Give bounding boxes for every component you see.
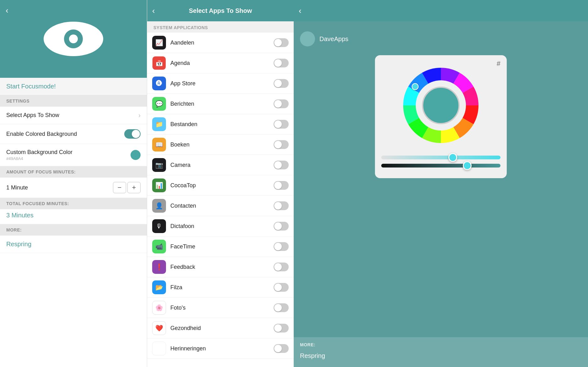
app-name: Boeken — [170, 141, 274, 148]
toggle-knob — [274, 222, 282, 230]
svg-point-2 — [69, 35, 78, 43]
app-toggle[interactable] — [274, 263, 289, 271]
respring-button-right[interactable]: Respring — [300, 350, 325, 362]
toggle-knob — [274, 324, 282, 332]
color-wheel-handle[interactable] — [412, 83, 419, 90]
app-toggle[interactable] — [274, 59, 289, 67]
brightness-slider-track[interactable] — [381, 164, 500, 168]
back-button-right[interactable]: ‹ — [299, 6, 302, 16]
app-toggle[interactable] — [274, 283, 289, 292]
list-item: 💬Berichten — [147, 94, 294, 114]
start-focus-button[interactable]: Start Focusmode! — [0, 78, 147, 95]
respring-button-left[interactable]: Respring — [0, 236, 147, 253]
app-toggle[interactable] — [274, 242, 289, 251]
toggle-knob — [274, 263, 282, 271]
color-wheel-container[interactable] — [381, 61, 500, 149]
right-bottom: MORE: Respring — [294, 337, 588, 367]
color-swatch[interactable] — [131, 150, 141, 160]
app-icon: 🅐 — [152, 77, 166, 90]
mid-header: ‹ Select Apps To Show — [147, 0, 294, 21]
brightness-slider-row — [381, 164, 500, 168]
app-name: Agenda — [170, 60, 274, 66]
select-apps-label: Select Apps To Show — [6, 112, 59, 119]
list-item: 📁Bestanden — [147, 114, 294, 135]
toggle-knob — [274, 182, 282, 189]
toggle-knob — [274, 80, 282, 87]
app-toggle[interactable] — [274, 79, 289, 88]
app-name: Camera — [170, 162, 274, 168]
custom-bg-info: Custom Background Color #49A8A4 — [6, 149, 72, 161]
app-toggle[interactable] — [274, 99, 289, 108]
dave-avatar — [300, 31, 315, 46]
app-toggle[interactable] — [274, 303, 289, 312]
chevron-right-icon: › — [138, 112, 141, 119]
toggle-knob — [274, 100, 282, 108]
list-item: 📹FaceTime — [147, 237, 294, 257]
app-icon: 📷 — [152, 158, 166, 172]
list-item: 📅Agenda — [147, 53, 294, 73]
left-panel: ‹ Start Focusmode! SETTINGS Select Apps … — [0, 0, 147, 367]
list-item: 🌸Foto's — [147, 298, 294, 318]
app-list: 📈Aandelen📅Agenda🅐App Store💬Berichten📁Bes… — [147, 33, 294, 367]
color-hex-label: #49A8A4 — [6, 156, 72, 161]
custom-bg-row: Custom Background Color #49A8A4 — [0, 144, 147, 166]
focus-minutes-row: 1 Minute − + — [0, 178, 147, 198]
app-icon: 📊 — [152, 178, 166, 192]
app-toggle[interactable] — [274, 324, 289, 332]
toggle-knob — [132, 130, 140, 138]
mid-panel: ‹ Select Apps To Show SYSTEM APPLICATION… — [147, 0, 294, 367]
toggle-knob — [274, 120, 282, 128]
app-icon: 📂 — [152, 280, 166, 294]
saturation-slider-track[interactable] — [381, 156, 500, 159]
toggle-knob — [274, 284, 282, 291]
app-toggle[interactable] — [274, 201, 289, 210]
app-name: Aandelen — [170, 40, 274, 46]
app-toggle[interactable] — [274, 222, 289, 231]
app-name: Foto's — [170, 305, 274, 311]
app-name: App Store — [170, 80, 274, 87]
app-name: Contacten — [170, 203, 274, 209]
settings-section-header: SETTINGS — [0, 95, 147, 107]
app-name: Dictafoon — [170, 223, 274, 230]
app-toggle[interactable] — [274, 344, 289, 353]
left-header: ‹ — [0, 0, 147, 78]
list-item: ✔Herinneringen — [147, 338, 294, 359]
enable-bg-label: Enable Colored Background — [6, 131, 77, 137]
list-item: 🅐App Store — [147, 73, 294, 94]
focus-minutes-header: AMOUNT OF FOCUS MINUTES: — [0, 166, 147, 178]
dave-name: DaveApps — [319, 35, 348, 43]
toggle-knob — [274, 161, 282, 169]
toggle-knob — [274, 141, 282, 148]
back-button-left[interactable]: ‹ — [6, 6, 8, 15]
app-toggle[interactable] — [274, 181, 289, 190]
app-name: Herinneringen — [170, 345, 274, 352]
app-icon: 🌸 — [152, 301, 166, 315]
list-item: 📈Aandelen — [147, 33, 294, 53]
saturation-slider-row — [381, 156, 500, 159]
app-toggle[interactable] — [274, 120, 289, 129]
more-header-right: MORE: — [300, 342, 582, 347]
select-apps-row[interactable]: Select Apps To Show › — [0, 107, 147, 124]
app-icon: 👤 — [152, 199, 166, 213]
list-item: 📷Camera — [147, 155, 294, 175]
app-toggle[interactable] — [274, 38, 289, 47]
app-toggle[interactable] — [274, 161, 289, 169]
right-content: DaveApps # — [294, 21, 588, 337]
list-item: ❤️Gezondheid — [147, 318, 294, 338]
list-item: ❗Feedback — [147, 257, 294, 277]
list-item: 📂Filza — [147, 277, 294, 298]
toggle-knob — [274, 202, 282, 210]
app-name: Berichten — [170, 101, 274, 107]
app-toggle[interactable] — [274, 140, 289, 149]
enable-bg-toggle[interactable] — [124, 129, 141, 139]
back-button-mid[interactable]: ‹ — [152, 6, 155, 16]
app-icon: 📁 — [152, 117, 166, 131]
minus-button[interactable]: − — [113, 182, 126, 193]
app-icon: ❗ — [152, 260, 166, 274]
brightness-slider-thumb[interactable] — [463, 161, 472, 170]
app-name: Bestanden — [170, 121, 274, 128]
plus-button[interactable]: + — [127, 182, 141, 193]
toggle-knob — [274, 243, 282, 250]
stepper: − + — [113, 182, 141, 193]
saturation-slider-thumb[interactable] — [448, 153, 457, 162]
